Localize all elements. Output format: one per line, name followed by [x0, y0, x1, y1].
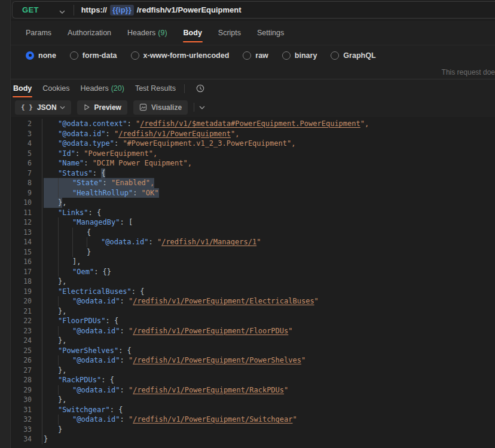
json-link[interactable]: /redfish/v1/$metadata#PowerEquipment.Pow… [140, 119, 360, 129]
code-token: "Oem" [72, 267, 94, 277]
gutter-space [32, 139, 42, 149]
radio-button[interactable] [243, 51, 251, 60]
tab-headers[interactable]: Headers(9) [127, 20, 167, 45]
url-input[interactable]: https:// {{ip}} /redfish/v1/PowerEquipme… [74, 5, 242, 16]
body-type-form-data[interactable]: form-data [70, 51, 117, 60]
body-type-raw[interactable]: raw [243, 51, 268, 60]
code-token: " [288, 326, 292, 336]
indent-guide [44, 198, 58, 208]
line-number: 13 [11, 228, 32, 238]
tab-settings[interactable]: Settings [257, 20, 284, 45]
code-token: : [88, 208, 97, 218]
json-link[interactable]: /redfish/v1/PowerEquipment/FloorPDUs [133, 326, 288, 336]
body-type-binary[interactable]: binary [282, 51, 317, 60]
json-link[interactable]: /redfish/v1/PowerEquipment/Switchgear [133, 415, 292, 425]
code-token: " [129, 296, 133, 306]
code-line: 30}, [11, 395, 495, 405]
line-number: 30 [11, 395, 32, 405]
json-link[interactable]: /redfish/v1/Managers/1 [161, 237, 256, 247]
gutter-space [32, 336, 42, 346]
tab-count-badge: (20) [111, 84, 124, 93]
radio-button[interactable] [70, 51, 78, 60]
indent-guide [44, 208, 58, 218]
code-content: "Links": { [42, 208, 101, 218]
tab-label: Scripts [218, 29, 241, 37]
radio-label: raw [255, 51, 268, 60]
radio-button[interactable] [282, 51, 291, 60]
code-token: : [114, 139, 123, 149]
body-type-none[interactable]: none [26, 51, 56, 60]
request-body-area: This request doe [11, 65, 495, 79]
tab-authorization[interactable]: Authorization [68, 20, 111, 45]
line-number: 5 [11, 149, 32, 159]
code-content: "Name": "DCIM Power Equipment", [42, 158, 192, 168]
code-token: "DCIM Power Equipment", [93, 158, 192, 168]
gutter-space [32, 375, 42, 385]
response-toolbar: { } JSON Preview Visualize [11, 97, 495, 117]
code-token: : [75, 149, 84, 159]
response-body-json[interactable]: 2"@odata.context": "/redfish/v1/$metadat… [11, 117, 495, 448]
code-token: "@odata.type" [58, 139, 114, 149]
code-content: "@odata.id": "/redfish/v1/Managers/1" [42, 237, 261, 247]
history-clock-icon[interactable] [195, 84, 205, 93]
indent-guide [44, 257, 58, 267]
indent-guide [44, 277, 58, 287]
indent-guide [58, 267, 72, 277]
indent-guide [44, 168, 58, 179]
indent-guide [44, 395, 58, 405]
code-line: 5"Id": "PowerEquipment", [11, 149, 495, 159]
json-link[interactable]: /redfish/v1/PowerEquipment/PowerShelves [133, 355, 301, 366]
code-token: "@odata.id" [72, 355, 120, 366]
line-number: 3 [11, 129, 32, 139]
format-dropdown[interactable]: { } JSON [15, 100, 71, 115]
url-variable-chip: {{ip}} [110, 5, 134, 16]
line-number: 12 [11, 217, 32, 228]
radio-button[interactable] [131, 51, 139, 60]
json-link[interactable]: /redfish/v1/PowerEquipment/ElectricalBus… [133, 296, 314, 306]
tab-scripts[interactable]: Scripts [218, 20, 241, 45]
code-token: : [105, 316, 114, 326]
code-line: 21}, [11, 306, 495, 317]
method-selector[interactable]: GET [13, 5, 39, 14]
chevron-down-icon[interactable] [59, 5, 65, 16]
preview-button[interactable]: Preview [77, 100, 127, 115]
code-token: { [110, 375, 114, 385]
code-token: ", [360, 119, 369, 129]
code-line: 13{ [11, 228, 495, 238]
code-token: "Name" [58, 158, 84, 168]
code-token: : [120, 296, 128, 306]
body-type-graphql[interactable]: GraphQL [331, 51, 375, 60]
code-line: 17"Oem": {} [11, 267, 495, 277]
code-token: }, [58, 306, 66, 317]
indent-guide [44, 296, 58, 306]
json-link[interactable]: /redfish/v1/PowerEquipment [118, 129, 231, 139]
gutter-space [32, 355, 42, 366]
radio-button[interactable] [331, 51, 339, 60]
code-token: { [97, 208, 101, 218]
response-tab-cookies[interactable]: Cookies [42, 79, 69, 97]
code-token: "#PowerEquipment.v1_2_3.PowerEquipment", [123, 139, 295, 149]
line-number: 16 [11, 257, 32, 267]
code-line: 31"Switchgear": { [11, 405, 495, 415]
tab-body[interactable]: Body [184, 20, 202, 45]
radio-button[interactable] [26, 51, 34, 60]
code-token: "PowerShelves" [58, 346, 118, 356]
code-line: 34} [11, 434, 495, 444]
json-link[interactable]: /redfish/v1/PowerEquipment/RackPDUs [133, 385, 284, 395]
response-tab-body[interactable]: Body [13, 79, 32, 97]
chevron-down-icon[interactable] [199, 106, 205, 109]
code-line: 4"@odata.type": "#PowerEquipment.v1_2_3.… [11, 139, 495, 149]
indent-guide [58, 228, 72, 238]
body-type-x-www-form-urlencoded[interactable]: x-www-form-urlencoded [131, 51, 230, 60]
body-type-options: noneform-datax-www-form-urlencodedrawbin… [11, 45, 495, 65]
response-tab-headers[interactable]: Headers(20) [80, 79, 124, 97]
gutter-space [32, 316, 42, 326]
indent-guide [44, 188, 58, 198]
indent-guide [58, 178, 72, 188]
line-number: 4 [11, 139, 32, 149]
toolbar-separator [194, 103, 194, 112]
tab-params[interactable]: Params [26, 20, 51, 45]
code-content: "State": "Enabled", [42, 178, 154, 188]
response-tab-test-results[interactable]: Test Results [135, 79, 176, 97]
visualize-button[interactable]: Visualize [133, 100, 188, 115]
